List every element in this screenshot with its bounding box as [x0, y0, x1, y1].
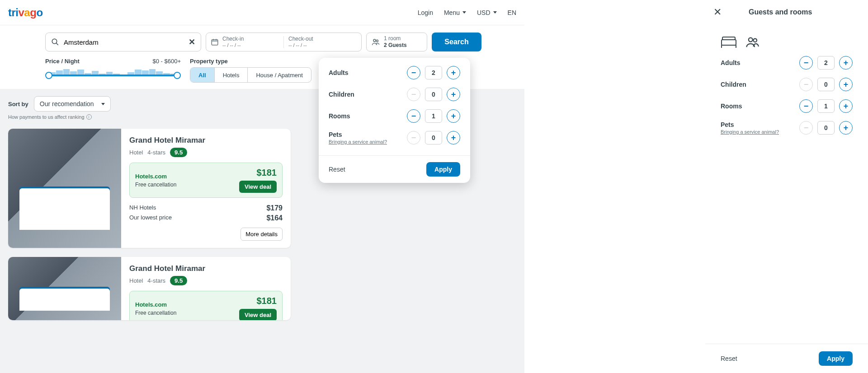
price-handle-min[interactable] [45, 72, 52, 79]
free-cancellation-label: Free cancellation [135, 310, 176, 316]
pt-tab-hotels[interactable]: Hotels [215, 68, 248, 82]
login-link[interactable]: Login [418, 9, 433, 16]
adults-minus-button[interactable]: − [799, 56, 813, 70]
pets-plus-button[interactable]: + [447, 131, 460, 145]
children-count: 0 [817, 78, 835, 91]
pt-tab-apartments[interactable]: House / Apatment [248, 68, 311, 82]
property-type-label: Property type [190, 58, 228, 65]
popover-apply-button[interactable]: Apply [426, 162, 460, 177]
rooms-minus-button[interactable]: − [799, 99, 813, 113]
checkin-picker[interactable]: Check-in-- / -- / -- [206, 36, 283, 48]
adults-label: Adults [721, 59, 741, 66]
guests-popover: Adults − 2 + Children − 0 + Rooms − [319, 58, 470, 183]
pets-label: Pets [329, 131, 387, 138]
calendar-icon [211, 38, 219, 46]
property-type-tabs[interactable]: All Hotels House / Apatment [190, 67, 311, 83]
svg-rect-8 [722, 40, 736, 45]
guests-field[interactable]: 1 room2 Guests [366, 33, 427, 51]
children-label: Children [329, 91, 354, 98]
pt-tab-all[interactable]: All [190, 68, 215, 82]
svg-line-1 [56, 43, 58, 45]
alt-provider[interactable]: NH Hotels [129, 204, 156, 212]
hotel-image[interactable] [8, 257, 121, 320]
deal-price: $181 [239, 296, 277, 306]
dates-field[interactable]: Check-in-- / -- / -- Check-out-- / -- / … [206, 33, 362, 51]
adults-plus-button[interactable]: + [447, 66, 460, 79]
deal-box[interactable]: Hotels.com Free cancellation $181 View d… [129, 291, 283, 320]
search-button[interactable]: Search [432, 33, 481, 51]
info-icon[interactable]: i [86, 114, 92, 120]
view-deal-button[interactable]: View deal [239, 309, 277, 320]
hotel-card: Grand Hotel Miramar Hotel 4-stars 9.5 Ho… [8, 257, 291, 320]
hotel-name[interactable]: Grand Hotel Miramar [129, 264, 283, 273]
svg-point-6 [373, 39, 376, 42]
rooms-minus-button[interactable]: − [407, 109, 420, 123]
svg-point-0 [52, 39, 57, 44]
rooms-label: Rooms [721, 103, 742, 110]
chevron-down-icon [493, 11, 497, 14]
children-plus-button[interactable]: + [839, 78, 853, 91]
chevron-down-icon [462, 11, 466, 14]
children-minus-button: − [407, 88, 420, 101]
search-icon [51, 38, 59, 46]
destination-input[interactable] [64, 38, 189, 46]
adults-count: 2 [817, 56, 835, 70]
pets-label: Pets [721, 121, 779, 128]
currency-dropdown[interactable]: USD [477, 9, 497, 16]
rooms-plus-button[interactable]: + [839, 99, 853, 113]
trivago-logo: trivago [8, 6, 43, 19]
alt-price: $179 [266, 204, 283, 212]
adults-minus-button[interactable]: − [407, 66, 420, 79]
deal-provider: Hotels.com [135, 173, 176, 180]
hotel-image[interactable] [8, 129, 121, 248]
free-cancellation-label: Free cancellation [135, 182, 176, 188]
bed-icon [721, 35, 737, 49]
rooms-plus-button[interactable]: + [447, 109, 460, 123]
panel-reset-button[interactable]: Reset [721, 355, 737, 362]
hotel-type: Hotel [129, 149, 143, 156]
rating-badge: 9.5 [170, 276, 187, 285]
checkout-picker[interactable]: Check-out-- / -- / -- [283, 36, 361, 48]
adults-plus-button[interactable]: + [839, 56, 853, 70]
guests-side-panel: ✕ Guests and rooms Adults − 2 + Children… [705, 0, 868, 373]
guests-icon [371, 37, 380, 47]
rooms-label: Rooms [329, 112, 350, 120]
lowest-price-label[interactable]: Our lowest price [129, 214, 172, 222]
rooms-count: 1 [817, 99, 835, 113]
adults-count: 2 [425, 66, 442, 79]
deal-box[interactable]: Hotels.com Free cancellation $181 View d… [129, 163, 283, 198]
price-slider[interactable] [45, 67, 181, 80]
price-handle-max[interactable] [174, 72, 181, 79]
sort-dropdown[interactable]: Our recomendation [34, 96, 111, 112]
clear-destination-icon[interactable]: ✕ [189, 37, 195, 47]
children-label: Children [721, 81, 746, 88]
rating-badge: 9.5 [170, 148, 187, 157]
menu-dropdown[interactable]: Menu [444, 9, 466, 16]
hotel-name[interactable]: Grand Hotel Miramar [129, 136, 283, 145]
pets-minus-button: − [799, 121, 813, 135]
language-dropdown[interactable]: EN [508, 9, 516, 16]
hotel-stars: 4-stars [147, 277, 165, 284]
children-plus-button[interactable]: + [447, 88, 460, 101]
pets-plus-button[interactable]: + [839, 121, 853, 135]
chevron-down-icon [101, 103, 105, 105]
sort-label: Sort by [8, 101, 28, 107]
view-deal-button[interactable]: View deal [239, 181, 277, 193]
close-icon[interactable]: ✕ [713, 6, 722, 18]
pets-count: 0 [425, 131, 442, 145]
price-range: $0 - $600+ [152, 58, 181, 65]
service-animal-link[interactable]: Bringing a service animal? [329, 139, 387, 145]
service-animal-link[interactable]: Bringing a service animal? [721, 129, 779, 135]
hotel-type: Hotel [129, 277, 143, 284]
svg-point-13 [754, 39, 757, 42]
svg-rect-9 [722, 37, 735, 40]
rooms-count: 1 [425, 109, 442, 123]
panel-apply-button[interactable]: Apply [819, 351, 853, 366]
hotel-card: Grand Hotel Miramar Hotel 4-stars 9.5 Ho… [8, 129, 291, 248]
more-details-button[interactable]: More details [241, 228, 283, 241]
svg-point-7 [376, 40, 378, 42]
svg-rect-2 [212, 40, 218, 45]
price-filter-label: Price / Night [45, 58, 80, 65]
destination-field[interactable]: ✕ [45, 33, 201, 51]
popover-reset-button[interactable]: Reset [329, 166, 345, 173]
